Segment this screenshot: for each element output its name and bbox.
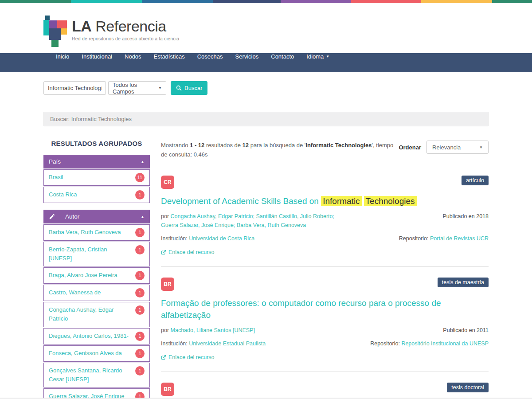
top-color-strip bbox=[0, 0, 532, 3]
header: LA Referencia Red de repositorios de acc… bbox=[0, 3, 532, 53]
country-badge: CR bbox=[161, 176, 174, 189]
facet-item-costa-rica[interactable]: Costa Rica 1 bbox=[43, 187, 150, 203]
facet-autor: Autor ▲ Barba Vera, Ruth Genoveva 1 Berr… bbox=[43, 210, 150, 399]
facet-header-autor[interactable]: Autor ▲ bbox=[43, 210, 150, 223]
sort-label: Ordenar bbox=[399, 144, 421, 151]
authors-line: por Congacha Aushay, Edgar Patricio; San… bbox=[161, 212, 352, 230]
author-link[interactable]: Machado, Liliane Santos [UNESP] bbox=[171, 327, 255, 333]
logo-title: LA Referencia bbox=[72, 18, 179, 35]
highlighted-term: Informatic bbox=[321, 196, 361, 206]
strip-segment bbox=[492, 0, 532, 3]
facet-item-author[interactable]: Berrío-Zapata, Cristian [UNESP] 1 bbox=[43, 242, 150, 266]
collapse-arrow-icon[interactable]: ▲ bbox=[141, 215, 145, 219]
chevron-down-icon: ▼ bbox=[158, 86, 162, 90]
facets-sidebar: RESULTADOS AGRUPADOS País ▲ Brasil 11 Co… bbox=[43, 140, 150, 399]
facet-item-brasil[interactable]: Brasil 11 bbox=[43, 169, 150, 186]
institution-link[interactable]: Universidade Estadual Paulista bbox=[189, 340, 266, 347]
logo-tagline: Red de repositorios de acceso abierto a … bbox=[72, 36, 179, 41]
results-list: Mostrando 1 - 12 resultados de 12 para l… bbox=[161, 140, 489, 399]
nav-item-institucional[interactable]: Institucional bbox=[75, 53, 118, 60]
strip-segment bbox=[351, 0, 421, 3]
resource-link[interactable]: Enlace del recurso bbox=[168, 249, 215, 255]
record-divider bbox=[161, 372, 489, 372]
sort-control: Ordenar Relevancia ▼ bbox=[399, 141, 489, 154]
count-badge: 1 bbox=[135, 305, 145, 315]
result-record: BR tesis doctoral Atividades do software… bbox=[161, 383, 489, 399]
nav-item-contacto[interactable]: Contacto bbox=[265, 53, 300, 60]
facet-item-author[interactable]: Diegues, Antonio Carlos, 1981- 1 bbox=[43, 328, 150, 344]
nav-item-cosechas[interactable]: Cosechas bbox=[191, 53, 229, 60]
sort-select[interactable]: Relevancia ▼ bbox=[426, 141, 489, 154]
count-badge: 1 bbox=[135, 271, 145, 280]
doc-type-badge: tesis de maestría bbox=[438, 278, 489, 287]
nav-item-idioma[interactable]: Idioma▼ bbox=[300, 53, 336, 60]
facet-item-author[interactable]: Congacha Aushay, Edgar Patricio 1 bbox=[43, 302, 150, 327]
facet-item-author[interactable]: Gonçalves Santana, Ricardo Cesar [UNESP]… bbox=[43, 363, 150, 387]
pencil-icon bbox=[49, 213, 55, 220]
result-record: CR artículo Development of Academic Skil… bbox=[161, 176, 489, 267]
strip-segment bbox=[71, 0, 142, 3]
strip-segment bbox=[421, 0, 492, 3]
sidebar-title: RESULTADOS AGRUPADOS bbox=[43, 140, 150, 147]
nav-item-nodos[interactable]: Nodos bbox=[118, 53, 148, 60]
highlighted-term: Technologies bbox=[364, 196, 417, 206]
count-badge: 1 bbox=[135, 366, 145, 376]
chevron-down-icon: ▼ bbox=[326, 55, 329, 59]
facet-item-author[interactable]: Barba Vera, Ruth Genoveva 1 bbox=[43, 224, 150, 241]
author-link[interactable]: Congacha Aushay, Edgar Patricio; Santill… bbox=[161, 213, 334, 228]
count-badge: 1 bbox=[135, 228, 145, 237]
repository-link[interactable]: Portal de Revistas UCR bbox=[430, 235, 489, 242]
count-badge: 1 bbox=[135, 190, 145, 200]
resource-link[interactable]: Enlace del recurso bbox=[168, 354, 215, 360]
results-summary: Mostrando 1 - 12 resultados de 12 para l… bbox=[161, 141, 399, 160]
breadcrumb: Buscar: Informatic Technologies bbox=[43, 112, 489, 126]
count-badge: 1 bbox=[135, 245, 145, 254]
count-badge: 1 bbox=[135, 288, 145, 297]
search-input[interactable] bbox=[43, 81, 106, 95]
doc-type-badge: tesis doctoral bbox=[447, 383, 489, 392]
count-badge: 1 bbox=[135, 349, 145, 358]
strip-segment bbox=[142, 0, 213, 3]
search-button[interactable]: Buscar bbox=[171, 81, 207, 95]
repository-line: Repositorio: Portal de Revistas UCR bbox=[399, 234, 489, 243]
doc-type-badge: artículo bbox=[462, 176, 489, 185]
facet-header-pais[interactable]: País ▲ bbox=[43, 155, 150, 168]
search-icon bbox=[176, 85, 182, 91]
page: LA Referencia Red de repositorios de acc… bbox=[0, 0, 532, 399]
repository-line: Repositorio: Repositório Institucional d… bbox=[370, 339, 489, 348]
external-link-icon bbox=[161, 355, 166, 360]
institution-line: Institución: Universidade Estadual Pauli… bbox=[161, 339, 266, 348]
published-date: Publicado en 2011 bbox=[443, 326, 489, 335]
country-badge: BR bbox=[161, 383, 174, 396]
strip-segment bbox=[213, 0, 281, 3]
external-link-icon bbox=[161, 250, 166, 255]
authors-line: por Machado, Liliane Santos [UNESP] bbox=[161, 326, 255, 335]
count-badge: 1 bbox=[135, 332, 145, 341]
institution-line: Institución: Universidad de Costa Rica bbox=[161, 234, 254, 243]
record-title-link[interactable]: Development of Academic Skills Based on … bbox=[161, 196, 459, 207]
facet-pais: País ▲ Brasil 11 Costa Rica 1 bbox=[43, 155, 150, 203]
main-navbar: Inicio Institucional Nodos Estadísticas … bbox=[0, 53, 532, 72]
nav-item-servicios[interactable]: Servicios bbox=[229, 53, 265, 60]
chevron-down-icon: ▼ bbox=[479, 145, 483, 149]
record-title-link[interactable]: Formação de professores: o computador co… bbox=[161, 297, 459, 321]
collapse-arrow-icon[interactable]: ▲ bbox=[141, 160, 145, 164]
published-date: Publicado en 2018 bbox=[442, 212, 489, 221]
search-field-select[interactable]: Todos los Campos ▼ bbox=[108, 81, 166, 95]
institution-link[interactable]: Universidad de Costa Rica bbox=[189, 235, 254, 242]
repository-link[interactable]: Repositório Institucional da UNESP bbox=[401, 340, 489, 347]
count-badge: 11 bbox=[135, 173, 145, 182]
strip-segment bbox=[0, 0, 71, 3]
facet-item-author[interactable]: Braga, Alvaro Jose Pereira 1 bbox=[43, 267, 150, 284]
result-record: BR tesis de maestría Formação de profess… bbox=[161, 278, 489, 372]
search-bar: Todos los Campos ▼ Buscar bbox=[43, 81, 489, 95]
facet-item-author[interactable]: Fonseca, Genisson Alves da 1 bbox=[43, 345, 150, 362]
logo-mosaic-icon bbox=[43, 15, 68, 48]
nav-item-inicio[interactable]: Inicio bbox=[50, 53, 75, 60]
facet-item-author[interactable]: Castro, Wanessa de 1 bbox=[43, 285, 150, 301]
record-divider bbox=[161, 266, 489, 267]
country-badge: BR bbox=[161, 278, 174, 291]
la-referencia-logo[interactable]: LA Referencia Red de repositorios de acc… bbox=[43, 3, 489, 48]
strip-segment bbox=[281, 0, 351, 3]
nav-item-estadisticas[interactable]: Estadísticas bbox=[148, 53, 191, 60]
